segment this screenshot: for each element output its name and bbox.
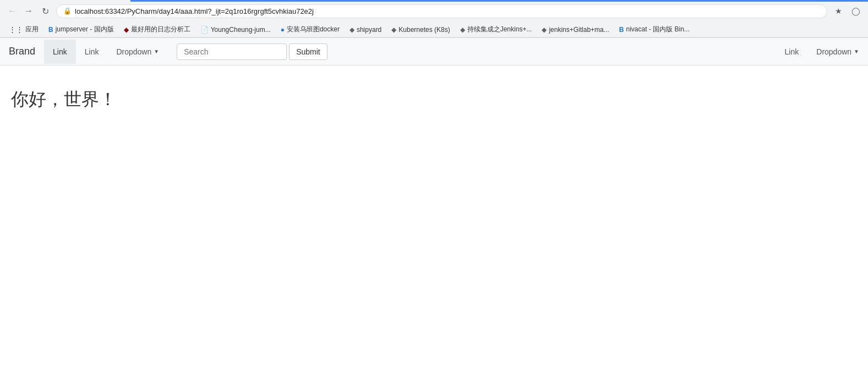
back-button[interactable]: ← — [4, 3, 20, 19]
nav-dropdown-label: Dropdown — [116, 47, 151, 56]
bookmark-label-2: 最好用的日志分析工 — [131, 25, 190, 34]
nav-item-link: Link — [76, 40, 108, 64]
nav-item-right-link: Link — [776, 40, 808, 64]
bookmark-icon-9: B — [619, 26, 624, 34]
bookmark-icon-5: ◆ — [350, 26, 354, 34]
navbar-nav-right: Link Dropdown ▼ — [776, 40, 868, 64]
bookmark-star-button[interactable]: ★ — [831, 3, 846, 19]
nav-dropdown-toggle[interactable]: Dropdown ▼ — [107, 40, 168, 64]
forward-button[interactable]: → — [21, 3, 36, 19]
search-input[interactable] — [177, 43, 287, 60]
nav-buttons: ← → ↻ — [4, 3, 53, 19]
bookmark-young[interactable]: 📄 YoungCheung-jum... — [196, 24, 275, 35]
nav-link-1[interactable]: Link — [44, 40, 76, 64]
navbar-right-nav: Link Dropdown ▼ — [776, 40, 868, 64]
bookmark-icon-7: ◆ — [460, 26, 465, 34]
bookmark-kubernetes[interactable]: ◆ Kubernetes (K8s) — [387, 24, 454, 35]
bookmark-label-4: 安装乌班图docker — [287, 25, 340, 34]
apps-icon: ⋮⋮ — [9, 25, 23, 34]
main-content: 你好，世界！ — [0, 66, 868, 134]
bookmarks-bar: ⋮⋮ 应用 B jumpserver - 国内版 ◆ 最好用的日志分析工 📄 Y… — [0, 22, 868, 37]
bookmark-icon-3: 📄 — [200, 26, 209, 34]
nav-right-dropdown-toggle[interactable]: Dropdown ▼ — [807, 40, 868, 64]
bookmark-apps[interactable]: ⋮⋮ 应用 — [4, 23, 43, 36]
bookmark-label-3: YoungCheung-jum... — [211, 26, 271, 34]
bookmark-jenkins[interactable]: ◆ 持续集成之Jenkins+... — [456, 23, 537, 36]
bookmark-label-1: jumpserver - 国内版 — [56, 25, 114, 34]
submit-button[interactable]: Submit — [289, 43, 327, 60]
navbar-brand[interactable]: Brand — [0, 38, 44, 65]
navbar-form: Submit — [168, 39, 336, 64]
nav-right-dropdown-label: Dropdown — [816, 47, 851, 56]
browser-action-buttons: ★ ◯ — [831, 3, 864, 19]
bookmark-docker[interactable]: ● 安装乌班图docker — [276, 23, 344, 36]
loading-progress — [130, 0, 868, 2]
bookmark-label-5: shipyard — [357, 26, 381, 34]
bookmark-icon-1: B — [48, 26, 53, 34]
url-text: localhost:63342/PyCharm/day14/aaa.html?_… — [75, 7, 820, 15]
nav-item-link-active: Link — [44, 40, 76, 64]
navbar: Brand Link Link Dropdown ▼ Submit Link D… — [0, 38, 868, 66]
bookmark-label-8: jenkins+Gitlab+ma... — [549, 26, 609, 34]
nav-link-2[interactable]: Link — [76, 40, 108, 64]
bookmark-jumpserver[interactable]: B jumpserver - 国内版 — [44, 23, 118, 36]
nav-item-dropdown: Dropdown ▼ — [107, 40, 168, 64]
right-dropdown-caret-icon: ▼ — [854, 48, 859, 55]
bookmark-icon-2: ◆ — [124, 26, 129, 34]
bookmark-shipyard[interactable]: ◆ shipyard — [345, 24, 386, 35]
navbar-nav-left: Link Link Dropdown ▼ — [44, 40, 168, 64]
bookmark-label-7: 持续集成之Jenkins+... — [467, 25, 532, 34]
security-icon: 🔒 — [63, 7, 72, 15]
bookmark-icon-4: ● — [281, 26, 285, 34]
bookmark-label-9: nivacat - 国内版 Bin... — [626, 25, 689, 34]
browser-toolbar: ← → ↻ 🔒 localhost:63342/PyCharm/day14/aa… — [0, 0, 868, 22]
bookmark-icon-6: ◆ — [391, 26, 396, 34]
reload-button[interactable]: ↻ — [37, 3, 53, 19]
nav-item-right-dropdown: Dropdown ▼ — [807, 40, 868, 64]
bookmark-label-6: Kubernetes (K8s) — [398, 26, 450, 34]
browser-chrome: ← → ↻ 🔒 localhost:63342/PyCharm/day14/aa… — [0, 0, 868, 38]
address-bar[interactable]: 🔒 localhost:63342/PyCharm/day14/aaa.html… — [56, 4, 827, 18]
bookmark-icon-8: ◆ — [542, 26, 547, 34]
profile-button[interactable]: ◯ — [848, 3, 864, 19]
bookmark-nivacat[interactable]: B nivacat - 国内版 Bin... — [615, 23, 694, 36]
bookmark-jenkins-gitlab[interactable]: ◆ jenkins+Gitlab+ma... — [537, 24, 613, 35]
hello-world-text: 你好，世界！ — [11, 88, 857, 112]
bookmark-log[interactable]: ◆ 最好用的日志分析工 — [119, 23, 195, 36]
dropdown-caret-icon: ▼ — [154, 48, 159, 55]
nav-right-link[interactable]: Link — [776, 40, 808, 64]
bookmark-apps-label: 应用 — [25, 25, 39, 34]
